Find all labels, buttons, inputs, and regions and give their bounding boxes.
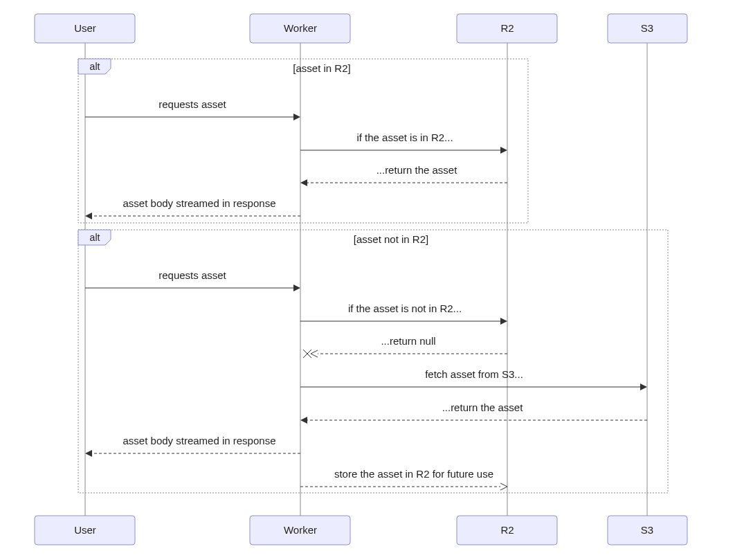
actor-r2-bottom-label: R2 <box>500 524 514 536</box>
actor-r2-top-label: R2 <box>500 22 514 34</box>
actor-s3-top-label: S3 <box>641 22 653 34</box>
actor-worker-bottom-label: Worker <box>284 524 317 536</box>
alt2-m1-arrow <box>293 284 300 291</box>
alt2-m7-label: store the asset in R2 for future use <box>334 468 493 480</box>
alt1-m2-label: if the asset is in R2... <box>356 132 453 143</box>
alt2-m6-label: asset body streamed in response <box>123 435 276 446</box>
alt-label-2: alt <box>90 232 100 243</box>
sequence-diagram: User Worker R2 S3 alt [asset in R2] requ… <box>0 0 744 560</box>
alt2-m3-label: ...return null <box>381 335 435 347</box>
alt2-m5-arrow <box>300 417 307 424</box>
alt2-m4-label: fetch asset from S3... <box>425 368 523 380</box>
alt-label-1: alt <box>90 61 100 72</box>
alt1-m4-arrow <box>85 213 92 219</box>
alt2-m5-label: ...return the asset <box>442 401 524 413</box>
alt2-m2-arrow <box>500 318 507 325</box>
alt1-m4-label: asset body streamed in response <box>123 197 276 209</box>
alt1-m3-label: ...return the asset <box>376 164 458 176</box>
alt1-m1-arrow <box>293 114 300 120</box>
alt1-m2-arrow <box>500 147 507 154</box>
alt2-m4-arrow <box>640 383 647 390</box>
alt1-m3-arrow <box>300 179 307 186</box>
actor-s3-bottom-label: S3 <box>641 524 653 536</box>
alt2-m6-arrow <box>85 450 92 457</box>
alt-cond-2: [asset not in R2] <box>354 233 428 245</box>
alt2-m7-arrow <box>500 483 507 490</box>
alt-cond-1: [asset in R2] <box>293 62 350 74</box>
alt2-m1-label: requests asset <box>158 269 226 281</box>
actor-user-top-label: User <box>74 22 96 34</box>
alt1-m1-label: requests asset <box>158 98 226 110</box>
actor-user-bottom-label: User <box>74 524 96 536</box>
alt2-m3-arrow <box>311 350 318 357</box>
actor-worker-top-label: Worker <box>284 22 317 34</box>
alt2-m2-label: if the asset is not in R2... <box>348 302 462 314</box>
